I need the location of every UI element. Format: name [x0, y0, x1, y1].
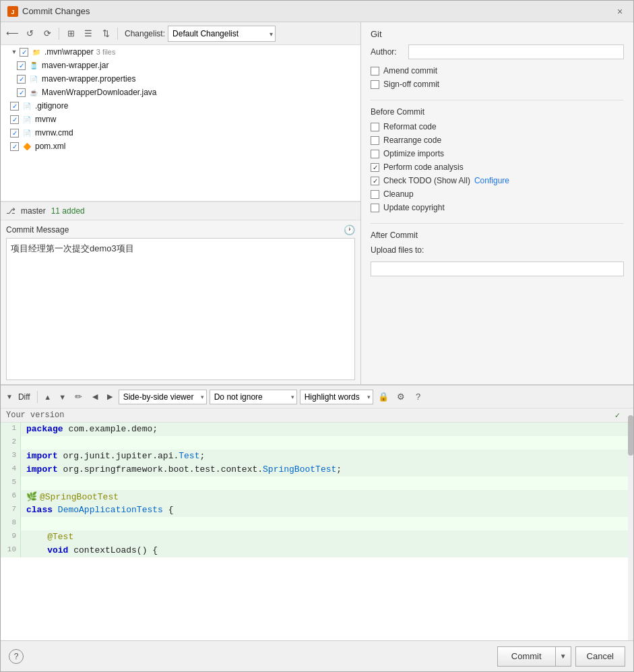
- line-num-5: 5: [1, 477, 21, 490]
- tree-item-mvnwrapper[interactable]: ▼ 📁 .mvn\wrapper 3 files: [1, 45, 360, 59]
- checkbox-maven-wrapper-properties[interactable]: [17, 75, 26, 84]
- checkbox-mavenwrapper-downloader[interactable]: [17, 88, 26, 97]
- settings-icon-btn[interactable]: ⚙: [393, 390, 408, 404]
- cleanup-checkbox[interactable]: [371, 190, 379, 199]
- diff-next-btn[interactable]: ▼: [57, 391, 69, 403]
- ignore-select[interactable]: Do not ignore Ignore whitespaces Ignore …: [210, 390, 297, 404]
- diff-left-btn[interactable]: ◀: [89, 391, 101, 403]
- xml-icon: 🔶: [22, 141, 32, 152]
- tree-item-gitignore[interactable]: 📄 .gitignore: [1, 99, 360, 113]
- copyright-checkbox[interactable]: [371, 204, 379, 212]
- filename-gitignore: .gitignore: [35, 101, 68, 111]
- reformat-checkbox[interactable]: [371, 123, 379, 131]
- filename-pom-xml: pom.xml: [35, 142, 65, 151]
- checkbox-pom-xml[interactable]: [10, 142, 19, 151]
- help-button[interactable]: ?: [9, 649, 24, 664]
- line-num-2: 2: [1, 436, 21, 450]
- svg-text:J: J: [11, 9, 14, 16]
- todo-checkbox[interactable]: [371, 177, 379, 185]
- filename-mavenwrapper-downloader: MavenWrapperDownloader.java: [42, 88, 157, 97]
- tree-item-maven-wrapper-properties[interactable]: 📄 maven-wrapper.properties: [14, 72, 360, 86]
- tree-item-mavenwrapper-downloader[interactable]: ☕ MavenWrapperDownloader.java: [14, 86, 360, 99]
- cleanup-label: Cleanup: [383, 189, 414, 199]
- divider-2: [371, 223, 624, 224]
- reformat-label: Reformat code: [383, 122, 437, 131]
- diff-right-btn[interactable]: ▶: [104, 391, 116, 403]
- configure-link[interactable]: Configure: [474, 176, 509, 185]
- rearrange-row: Rearrange code: [371, 135, 624, 145]
- right-panel: Git Author: Amend commit Sign-off commit…: [361, 22, 633, 384]
- line-num-9: 9: [1, 530, 21, 544]
- list-btn[interactable]: ☰: [81, 26, 96, 41]
- diff-collapse-arrow[interactable]: ▼: [6, 393, 13, 400]
- group-btn[interactable]: ⊞: [63, 26, 78, 41]
- title-bar: J Commit Changes ×: [1, 1, 633, 22]
- tree-item-pom-xml[interactable]: 🔶 pom.xml: [1, 140, 360, 153]
- upload-input[interactable]: [371, 262, 624, 276]
- line-num-1: 1: [1, 423, 21, 436]
- viewer-select[interactable]: Side-by-side viewer Unified viewer: [119, 390, 207, 404]
- line-content-2: [21, 436, 633, 450]
- action-bar: ? Commit ▼ Cancel: [1, 640, 633, 671]
- folder-icon-mvnwrapper: 📁: [31, 47, 42, 57]
- commit-message-input[interactable]: 项目经理第一次提交demo3项目: [6, 238, 355, 380]
- code-line-10: 10 void contextLoads() {: [1, 544, 633, 557]
- tree-item-mvnw-cmd[interactable]: 📄 mvnw.cmd: [1, 126, 360, 140]
- optimize-checkbox[interactable]: [371, 150, 379, 158]
- amend-commit-checkbox[interactable]: [371, 67, 379, 75]
- line-num-7: 7: [1, 503, 21, 517]
- tree-item-maven-wrapper-jar[interactable]: 🫙 maven-wrapper.jar: [14, 59, 360, 72]
- checkbox-mvnw[interactable]: [10, 115, 19, 124]
- file-tree: ▼ 📁 .mvn\wrapper 3 files 🫙 maven-wrapper…: [1, 45, 360, 202]
- folder-arrow-mvnwrapper: ▼: [10, 48, 18, 56]
- changelist-label: Changelist:: [125, 29, 165, 38]
- upload-label: Upload files to:: [371, 245, 424, 255]
- filename-maven-wrapper-jar: maven-wrapper.jar: [42, 61, 108, 70]
- checkbox-maven-wrapper-jar[interactable]: [17, 61, 26, 70]
- rearrange-checkbox[interactable]: [371, 136, 379, 145]
- tree-item-mvnw[interactable]: 📄 mvnw: [1, 113, 360, 126]
- commit-message-label: Commit Message: [6, 225, 69, 235]
- help-icon-btn[interactable]: ?: [411, 390, 426, 404]
- gitignore-icon: 📄: [22, 100, 32, 111]
- move-left-btn[interactable]: ⟵: [5, 26, 20, 41]
- checkbox-mvnw-cmd[interactable]: [10, 129, 19, 138]
- changelist-wrapper: Default Changelist: [168, 26, 276, 42]
- analyze-label: Perform code analysis: [383, 162, 464, 172]
- undo-btn[interactable]: ↺: [22, 26, 37, 41]
- diff-title: Diff: [18, 392, 30, 402]
- scrollbar-thumb[interactable]: [628, 415, 633, 456]
- file-toolbar: ⟵ ↺ ⟳ ⊞ ☰ ⇅ Changelist: Default Changeli…: [1, 22, 360, 45]
- scrollbar[interactable]: [628, 408, 633, 640]
- sign-off-row: Sign-off commit: [371, 80, 624, 89]
- status-bar: ⎇ master 11 added: [1, 202, 360, 220]
- code-line-7: 7 class DemoApplicationTests {: [1, 503, 633, 517]
- commit-dropdown-button[interactable]: ▼: [555, 646, 571, 667]
- line-num-10: 10: [1, 544, 21, 557]
- changelist-select[interactable]: Default Changelist: [168, 26, 276, 42]
- diff-section: ▼ Diff ▲ ▼ ✏ ◀ ▶ Side-by-side viewer Uni…: [1, 384, 633, 640]
- highlight-select[interactable]: Highlight words Highlight lines No highl…: [300, 390, 373, 404]
- filename-mvnwrapper: .mvn\wrapper: [44, 47, 94, 57]
- author-label: Author:: [371, 47, 403, 57]
- code-line-1: 1 package com.example.demo;: [1, 423, 633, 436]
- commit-button[interactable]: Commit: [497, 646, 555, 667]
- cancel-button[interactable]: Cancel: [575, 646, 625, 667]
- main-content: ⟵ ↺ ⟳ ⊞ ☰ ⇅ Changelist: Default Changeli…: [1, 22, 633, 384]
- filename-mvnw-cmd: mvnw.cmd: [35, 128, 73, 138]
- diff-edit-btn[interactable]: ✏: [71, 390, 86, 404]
- diff-prev-btn[interactable]: ▲: [42, 391, 54, 403]
- diff-toolbar: ▼ Diff ▲ ▼ ✏ ◀ ▶ Side-by-side viewer Uni…: [1, 386, 633, 408]
- refresh-btn[interactable]: ⟳: [40, 26, 55, 41]
- author-input[interactable]: [408, 44, 624, 59]
- line-content-4: import org.springframework.boot.test.con…: [21, 463, 633, 477]
- checkbox-mvnwrapper[interactable]: [20, 48, 28, 57]
- analyze-checkbox[interactable]: [371, 163, 379, 172]
- lock-icon-btn[interactable]: 🔒: [376, 390, 391, 404]
- window-title: Commit Changes: [22, 6, 90, 16]
- checkbox-gitignore[interactable]: [10, 102, 19, 111]
- close-button[interactable]: ×: [613, 5, 627, 18]
- sort-btn[interactable]: ⇅: [98, 26, 113, 41]
- sign-off-checkbox[interactable]: [371, 80, 379, 89]
- diff-your-version: Your version ✓: [1, 408, 633, 423]
